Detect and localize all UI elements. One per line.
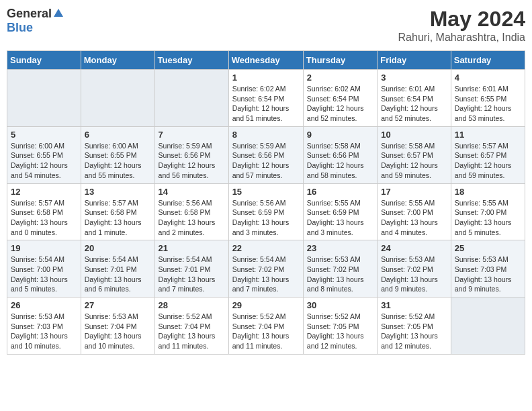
calendar-cell: 7Sunrise: 5:59 AM Sunset: 6:56 PM Daylig… <box>154 126 228 183</box>
svg-marker-0 <box>54 9 63 17</box>
day-info: Sunrise: 5:58 AM Sunset: 6:57 PM Dayligh… <box>381 141 447 181</box>
calendar-cell: 14Sunrise: 5:56 AM Sunset: 6:58 PM Dayli… <box>154 183 228 240</box>
calendar-header: SundayMondayTuesdayWednesdayThursdayFrid… <box>7 51 525 70</box>
calendar-cell: 8Sunrise: 5:59 AM Sunset: 6:56 PM Daylig… <box>228 126 303 183</box>
day-info: Sunrise: 5:52 AM Sunset: 7:05 PM Dayligh… <box>307 312 373 351</box>
day-info: Sunrise: 5:53 AM Sunset: 7:02 PM Dayligh… <box>307 255 373 294</box>
day-number: 4 <box>455 73 521 83</box>
day-number: 16 <box>307 187 373 197</box>
weekday-header-monday: Monday <box>81 51 154 70</box>
day-info: Sunrise: 5:57 AM Sunset: 6:58 PM Dayligh… <box>85 198 151 238</box>
calendar-cell: 10Sunrise: 5:58 AM Sunset: 6:57 PM Dayli… <box>378 126 451 183</box>
day-info: Sunrise: 6:01 AM Sunset: 6:54 PM Dayligh… <box>381 84 447 124</box>
calendar-cell: 4Sunrise: 6:01 AM Sunset: 6:55 PM Daylig… <box>451 70 525 127</box>
day-number: 13 <box>85 187 151 197</box>
calendar-cell: 12Sunrise: 5:57 AM Sunset: 6:58 PM Dayli… <box>7 183 81 240</box>
day-info: Sunrise: 5:54 AM Sunset: 7:00 PM Dayligh… <box>11 255 77 294</box>
weekday-header-friday: Friday <box>378 51 451 70</box>
day-number: 30 <box>307 300 373 310</box>
calendar-cell: 26Sunrise: 5:53 AM Sunset: 7:03 PM Dayli… <box>7 298 81 355</box>
calendar-cell: 20Sunrise: 5:54 AM Sunset: 7:01 PM Dayli… <box>81 240 154 298</box>
day-number: 29 <box>232 300 300 310</box>
day-number: 14 <box>159 187 225 197</box>
day-number: 8 <box>232 130 300 140</box>
day-number: 2 <box>307 73 373 83</box>
weekday-header-wednesday: Wednesday <box>228 51 303 70</box>
calendar-cell: 30Sunrise: 5:52 AM Sunset: 7:05 PM Dayli… <box>303 298 377 355</box>
day-number: 20 <box>85 243 151 253</box>
weekday-header-thursday: Thursday <box>303 51 377 70</box>
day-number: 25 <box>455 243 521 253</box>
calendar-cell: 9Sunrise: 5:58 AM Sunset: 6:56 PM Daylig… <box>303 126 377 183</box>
page-subtitle: Rahuri, Maharashtra, India <box>398 32 525 44</box>
calendar-week-4: 19Sunrise: 5:54 AM Sunset: 7:00 PM Dayli… <box>7 240 525 298</box>
day-number: 18 <box>455 187 521 197</box>
day-number: 9 <box>307 130 373 140</box>
day-number: 21 <box>159 243 225 253</box>
day-number: 27 <box>85 300 151 310</box>
calendar-cell: 13Sunrise: 5:57 AM Sunset: 6:58 PM Dayli… <box>81 183 154 240</box>
day-number: 6 <box>85 130 151 140</box>
weekday-header-sunday: Sunday <box>7 51 81 70</box>
day-info: Sunrise: 5:53 AM Sunset: 7:02 PM Dayligh… <box>381 255 447 294</box>
day-number: 26 <box>11 300 77 310</box>
day-number: 28 <box>159 300 225 310</box>
calendar-cell <box>7 70 81 127</box>
calendar-cell: 28Sunrise: 5:52 AM Sunset: 7:04 PM Dayli… <box>154 298 228 355</box>
day-info: Sunrise: 5:54 AM Sunset: 7:01 PM Dayligh… <box>85 255 151 294</box>
calendar-cell: 19Sunrise: 5:54 AM Sunset: 7:00 PM Dayli… <box>7 240 81 298</box>
day-number: 3 <box>381 73 447 83</box>
day-info: Sunrise: 5:56 AM Sunset: 6:59 PM Dayligh… <box>232 198 300 238</box>
calendar-week-2: 5Sunrise: 6:00 AM Sunset: 6:55 PM Daylig… <box>7 126 525 183</box>
logo-icon <box>53 7 64 21</box>
calendar-cell: 27Sunrise: 5:53 AM Sunset: 7:04 PM Dayli… <box>81 298 154 355</box>
calendar-cell: 21Sunrise: 5:54 AM Sunset: 7:01 PM Dayli… <box>154 240 228 298</box>
calendar-cell: 11Sunrise: 5:57 AM Sunset: 6:57 PM Dayli… <box>451 126 525 183</box>
day-info: Sunrise: 5:59 AM Sunset: 6:56 PM Dayligh… <box>159 141 225 181</box>
day-info: Sunrise: 5:54 AM Sunset: 7:01 PM Dayligh… <box>159 255 225 294</box>
day-info: Sunrise: 5:59 AM Sunset: 6:56 PM Dayligh… <box>232 141 300 181</box>
day-info: Sunrise: 6:02 AM Sunset: 6:54 PM Dayligh… <box>307 84 373 124</box>
calendar-cell: 18Sunrise: 5:55 AM Sunset: 7:00 PM Dayli… <box>451 183 525 240</box>
title-block: May 2024 Rahuri, Maharashtra, India <box>398 7 525 44</box>
calendar-cell: 17Sunrise: 5:55 AM Sunset: 7:00 PM Dayli… <box>378 183 451 240</box>
logo-blue: Blue <box>7 21 33 35</box>
day-info: Sunrise: 5:53 AM Sunset: 7:03 PM Dayligh… <box>455 255 521 294</box>
day-number: 1 <box>232 73 300 83</box>
calendar-cell: 2Sunrise: 6:02 AM Sunset: 6:54 PM Daylig… <box>303 70 377 127</box>
day-number: 31 <box>381 300 447 310</box>
day-info: Sunrise: 5:56 AM Sunset: 6:58 PM Dayligh… <box>159 198 225 238</box>
calendar-cell: 29Sunrise: 5:52 AM Sunset: 7:04 PM Dayli… <box>228 298 303 355</box>
calendar-cell <box>154 70 228 127</box>
day-info: Sunrise: 6:01 AM Sunset: 6:55 PM Dayligh… <box>455 84 521 124</box>
calendar-cell: 22Sunrise: 5:54 AM Sunset: 7:02 PM Dayli… <box>228 240 303 298</box>
page-header: General Blue May 2024 Rahuri, Maharashtr… <box>7 7 525 44</box>
logo-general: General <box>7 7 52 21</box>
calendar-week-3: 12Sunrise: 5:57 AM Sunset: 6:58 PM Dayli… <box>7 183 525 240</box>
weekday-header-tuesday: Tuesday <box>154 51 228 70</box>
day-number: 23 <box>307 243 373 253</box>
day-info: Sunrise: 5:52 AM Sunset: 7:05 PM Dayligh… <box>381 312 447 351</box>
calendar-cell: 23Sunrise: 5:53 AM Sunset: 7:02 PM Dayli… <box>303 240 377 298</box>
day-number: 7 <box>159 130 225 140</box>
day-info: Sunrise: 5:53 AM Sunset: 7:03 PM Dayligh… <box>11 312 77 351</box>
logo: General Blue <box>7 7 64 35</box>
day-number: 10 <box>381 130 447 140</box>
day-info: Sunrise: 5:57 AM Sunset: 6:58 PM Dayligh… <box>11 198 77 238</box>
calendar-cell: 24Sunrise: 5:53 AM Sunset: 7:02 PM Dayli… <box>378 240 451 298</box>
day-info: Sunrise: 5:54 AM Sunset: 7:02 PM Dayligh… <box>232 255 300 294</box>
day-info: Sunrise: 5:55 AM Sunset: 7:00 PM Dayligh… <box>455 198 521 238</box>
weekday-header-row: SundayMondayTuesdayWednesdayThursdayFrid… <box>7 51 525 70</box>
weekday-header-saturday: Saturday <box>451 51 525 70</box>
calendar-body: 1Sunrise: 6:02 AM Sunset: 6:54 PM Daylig… <box>7 70 525 355</box>
page-title: May 2024 <box>398 7 525 32</box>
day-info: Sunrise: 6:00 AM Sunset: 6:55 PM Dayligh… <box>11 141 77 181</box>
calendar-table: SundayMondayTuesdayWednesdayThursdayFrid… <box>7 50 525 355</box>
calendar-cell: 25Sunrise: 5:53 AM Sunset: 7:03 PM Dayli… <box>451 240 525 298</box>
day-number: 19 <box>11 243 77 253</box>
day-info: Sunrise: 5:52 AM Sunset: 7:04 PM Dayligh… <box>232 312 300 351</box>
day-number: 24 <box>381 243 447 253</box>
day-number: 11 <box>455 130 521 140</box>
calendar-cell: 15Sunrise: 5:56 AM Sunset: 6:59 PM Dayli… <box>228 183 303 240</box>
day-number: 12 <box>11 187 77 197</box>
